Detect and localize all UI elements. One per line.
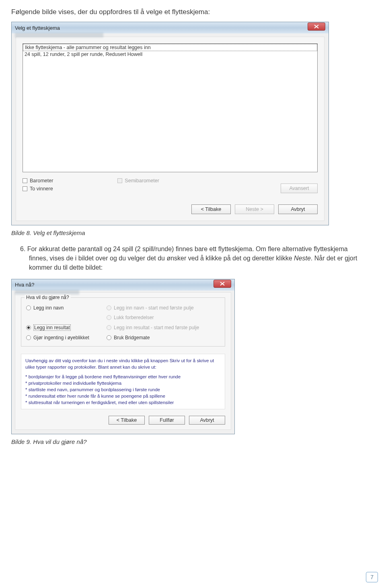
checkbox-tovinnere[interactable]: To vinnere xyxy=(23,186,53,192)
info-bullet: * sluttresultat når turneringen er ferdi… xyxy=(25,399,221,406)
dialog-velg-flytteskjema: Velg et flytteskjema Ikke flytteskjema -… xyxy=(11,22,329,225)
list-number: 6. xyxy=(20,246,25,252)
checkbox-barometer[interactable]: Barometer xyxy=(23,178,53,184)
fullfor-button[interactable]: Fullfør xyxy=(149,416,185,425)
list-item[interactable]: 24 spill, 12 runder, 2 spill per runde, … xyxy=(23,51,317,58)
info-para: Uavhengig av ditt valg ovenfor kan du i … xyxy=(25,357,221,370)
radio-legg-inn-navn-start: Legg inn navn - start med første pulje xyxy=(107,305,220,311)
dialog2-title-text: Hva nå? xyxy=(15,282,34,288)
avbryt-button[interactable]: Avbryt xyxy=(278,204,318,214)
radio-label: Gjør ingenting i øyeblikket xyxy=(33,335,89,340)
checkbox-semibarometer: Semibarometer xyxy=(117,178,159,184)
caption-bilde8: Bilde 8. Velg et flytteskjema xyxy=(11,229,375,236)
dialog1-title-text: Velg et flytteskjema xyxy=(15,25,60,31)
radio-label: Lukk forberedelser xyxy=(114,315,154,320)
radio-label: Legg inn navn xyxy=(33,305,64,311)
dialog2-titlebar: Hva nå? xyxy=(12,279,234,291)
fieldset-legend: Hva vil du gjøre nå? xyxy=(25,295,71,300)
paragraph-italic: Neste xyxy=(294,255,311,262)
neste-button: Neste > xyxy=(235,204,274,214)
flytteskjema-listbox[interactable]: Ikke flytteskjema - alle parnummer og re… xyxy=(23,43,318,172)
radio-label: Legg inn navn - start med første pulje xyxy=(114,305,194,311)
close-icon[interactable] xyxy=(308,23,325,31)
radio-label: Legg inn resultat - start med første pul… xyxy=(114,325,199,330)
dialog1-titlebar: Velg et flytteskjema xyxy=(12,22,329,33)
radio-label: Bruk Bridgemate xyxy=(114,335,150,340)
info-block: Uavhengig av ditt valg ovenfor kan du i … xyxy=(21,354,225,410)
checkbox-label: To vinnere xyxy=(30,186,53,192)
info-bullet: * bordplansjer for å legge på bordene me… xyxy=(25,373,221,380)
radio-label: Legg inn resultat xyxy=(33,324,71,331)
radio-lukk-forberedelser: Lukk forberedelser xyxy=(107,315,220,320)
radio-gjor-ingenting[interactable]: Gjør ingenting i øyeblikket xyxy=(26,335,107,340)
paragraph-6: 6. For akkurat dette parantall og 24 spi… xyxy=(29,244,359,272)
tilbake-button[interactable]: < Tilbake xyxy=(109,416,145,425)
checkbox-label: Semibarometer xyxy=(125,178,159,184)
avansert-button: Avansert xyxy=(281,184,318,193)
dialog-hva-naa: Hva nå? Hva vil du gjøre nå? Legg inn na… xyxy=(11,279,235,435)
tilbake-button[interactable]: < Tilbake xyxy=(191,204,231,214)
close-icon[interactable] xyxy=(214,280,231,288)
list-item[interactable]: Ikke flytteskjema - alle parnummer og re… xyxy=(23,44,317,51)
info-bullet: * startliste med navn, parnummer og bord… xyxy=(25,386,221,393)
radio-legg-inn-navn[interactable]: Legg inn navn xyxy=(26,305,107,311)
fieldset-hva-vil-du: Hva vil du gjøre nå? Legg inn navn Legg … xyxy=(21,297,225,347)
radio-legg-inn-resultat-start: Legg inn resultat - start med første pul… xyxy=(107,324,220,331)
radio-bruk-bridgemate[interactable]: Bruk Bridgemate xyxy=(107,335,220,340)
info-bullet: * runderesultat etter hver runde får å k… xyxy=(25,393,221,399)
checkbox-label: Barometer xyxy=(30,178,53,184)
radio-legg-inn-resultat[interactable]: Legg inn resultat xyxy=(26,324,107,331)
intro-text: Følgende bilde vises, der du oppfordres … xyxy=(11,8,375,16)
avbryt-button[interactable]: Avbryt xyxy=(189,416,225,425)
info-bullet: * privatprotokoller med individuelle fly… xyxy=(25,380,221,386)
caption-bilde9: Bilde 9. Hva vil du gjøre nå? xyxy=(11,438,375,445)
